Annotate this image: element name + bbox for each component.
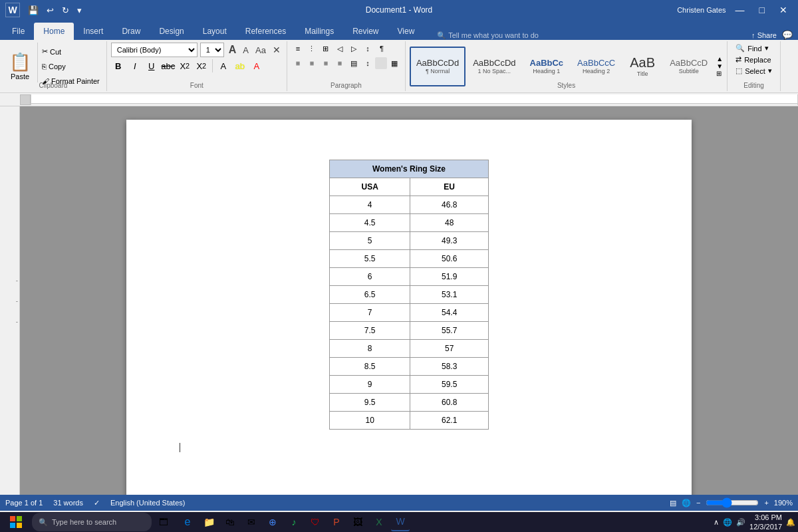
taskbar-powerpoint-icon[interactable]: P xyxy=(327,513,346,531)
align-left-btn[interactable]: ≡ xyxy=(291,57,305,69)
bold-btn[interactable]: B xyxy=(111,59,126,73)
styles-scroll-down[interactable]: ▼ xyxy=(716,63,723,70)
taskbar-mcafee-icon[interactable]: 🛡 xyxy=(306,513,325,531)
italic-btn[interactable]: I xyxy=(128,59,142,73)
taskbar-files-icon[interactable]: 📁 xyxy=(200,513,218,531)
superscript-btn[interactable]: X2 xyxy=(194,59,209,73)
font-color-btn[interactable]: A xyxy=(249,59,264,73)
font-family-select[interactable]: Calibri (Body) xyxy=(111,43,198,57)
close-btn[interactable]: ✕ xyxy=(774,3,793,17)
underline-btn[interactable]: U xyxy=(144,59,159,73)
find-dropdown[interactable]: ▾ xyxy=(765,44,769,53)
text-highlight-btn[interactable]: ab xyxy=(233,59,247,73)
taskbar-excel-icon[interactable]: X xyxy=(370,513,388,531)
undo-icon[interactable]: ↩ xyxy=(44,4,57,17)
tell-me-input[interactable]: 🔍 Tell me what you want to do xyxy=(437,31,539,40)
usa-cell: 5 xyxy=(330,232,410,250)
start-button[interactable] xyxy=(3,513,29,531)
maximize-btn[interactable]: □ xyxy=(754,3,770,17)
tab-mailings[interactable]: Mailings xyxy=(295,23,343,40)
copy-button[interactable]: ⎘ Copy xyxy=(39,61,102,72)
subscript-btn[interactable]: X2 xyxy=(178,59,192,73)
svg-rect-3 xyxy=(10,523,15,528)
taskbar-spotify-icon[interactable]: ♪ xyxy=(285,513,303,531)
strikethrough-btn[interactable]: abc xyxy=(161,59,176,73)
zoom-out-btn[interactable]: − xyxy=(696,499,700,507)
font-size-select[interactable]: 11 xyxy=(200,43,224,57)
line-spacing-btn[interactable]: ↕ xyxy=(361,57,374,69)
taskbar-mail-icon[interactable]: ✉ xyxy=(242,513,261,531)
sort-btn[interactable]: ↕ xyxy=(361,43,374,55)
minimize-btn[interactable]: — xyxy=(730,3,750,17)
select-dropdown[interactable]: ▾ xyxy=(768,66,772,75)
decrease-indent-btn[interactable]: ◁ xyxy=(333,43,346,55)
tab-view[interactable]: View xyxy=(388,23,424,40)
column-layout-btn[interactable]: ▤ xyxy=(347,57,360,69)
taskbar-network-icon[interactable]: 🌐 xyxy=(723,518,732,527)
taskbar-pinned-icons: e 📁 🛍 ✉ ⊕ ♪ 🛡 P 🖼 X W xyxy=(178,513,410,531)
left-margin: --- xyxy=(0,106,20,495)
share-btn[interactable]: ↑ Share xyxy=(751,31,777,39)
tab-draw[interactable]: Draw xyxy=(112,23,150,40)
cut-button[interactable]: ✂ Cut xyxy=(39,46,102,57)
tab-layout[interactable]: Layout xyxy=(194,23,236,40)
layout-web-icon[interactable]: 🌐 xyxy=(682,499,691,507)
style-normal-preview: AaBbCcDd xyxy=(416,58,459,68)
clear-formatting-btn[interactable]: ✕ xyxy=(271,44,283,56)
replace-button[interactable]: ⇄ Replace xyxy=(732,54,776,65)
tab-file[interactable]: File xyxy=(3,23,34,40)
tab-references[interactable]: References xyxy=(236,23,295,40)
tab-review[interactable]: Review xyxy=(343,23,388,40)
table-row: 6.553.1 xyxy=(330,286,489,304)
shading-btn[interactable] xyxy=(375,57,387,69)
more-icon[interactable]: ▾ xyxy=(74,4,84,17)
title-bar-left: W 💾 ↩ ↻ ▾ xyxy=(5,3,84,17)
taskbar-notification-btn[interactable]: 🔔 xyxy=(786,518,795,527)
grow-font-btn[interactable]: A xyxy=(227,43,239,57)
taskbar-word-active-icon[interactable]: W xyxy=(391,513,410,531)
ribbon-tabs: File Home Insert Draw Design Layout Refe… xyxy=(0,20,798,40)
taskbar-clock[interactable]: 3:06 PM 12/3/2017 xyxy=(749,513,782,532)
taskbar-chrome-icon[interactable]: ⊕ xyxy=(263,513,282,531)
select-button[interactable]: ⬚ Select ▾ xyxy=(732,65,776,76)
borders-btn[interactable]: ▦ xyxy=(388,57,401,69)
taskbar-edge-icon[interactable]: e xyxy=(178,513,197,531)
cut-icon: ✂ xyxy=(42,47,48,56)
justify-btn[interactable]: ≡ xyxy=(333,57,346,69)
title-bar-right: Christen Gates — □ ✕ xyxy=(677,3,793,17)
bullets-btn[interactable]: ≡ xyxy=(291,43,305,55)
styles-expand[interactable]: ⊞ xyxy=(716,70,723,77)
redo-icon[interactable]: ↻ xyxy=(59,4,72,17)
tab-insert[interactable]: Insert xyxy=(74,23,112,40)
show-hide-btn[interactable]: ¶ xyxy=(375,43,388,55)
spell-check-icon[interactable]: ✓ xyxy=(94,499,100,507)
tab-design[interactable]: Design xyxy=(150,23,193,40)
taskbar-store-icon[interactable]: 🛍 xyxy=(221,513,239,531)
page-container[interactable]: Women's Ring Size USA EU 446.84.548549.3… xyxy=(20,106,798,495)
text-effects-btn[interactable]: A xyxy=(216,59,231,73)
multilevel-btn[interactable]: ⊞ xyxy=(319,43,332,55)
comments-btn[interactable]: 💬 xyxy=(782,30,793,40)
shrink-font-btn[interactable]: A xyxy=(241,45,251,56)
ruler-corner[interactable] xyxy=(20,94,31,105)
table-row: 549.3 xyxy=(330,232,489,250)
find-button[interactable]: 🔍 Find ▾ xyxy=(732,43,776,54)
zoom-in-btn[interactable]: + xyxy=(764,499,768,507)
taskbar-chevron[interactable]: ∧ xyxy=(714,518,719,527)
align-right-btn[interactable]: ≡ xyxy=(319,57,332,69)
numbering-btn[interactable]: ⋮ xyxy=(305,43,319,55)
taskbar-volume-icon[interactable]: 🔊 xyxy=(736,518,745,527)
taskbar-photos-icon[interactable]: 🖼 xyxy=(348,513,367,531)
tab-home[interactable]: Home xyxy=(34,23,74,40)
save-icon[interactable]: 💾 xyxy=(25,4,41,17)
task-view-btn[interactable]: 🗔 xyxy=(154,513,173,531)
font-group-label: Font xyxy=(190,82,203,89)
task-search-btn[interactable]: 🔍 Type here to search xyxy=(32,513,152,531)
layout-print-icon[interactable]: ▤ xyxy=(670,499,676,507)
change-case-btn[interactable]: Aa xyxy=(253,45,268,56)
increase-indent-btn[interactable]: ▷ xyxy=(347,43,360,55)
styles-scroll-up[interactable]: ▲ xyxy=(716,55,723,63)
zoom-slider[interactable] xyxy=(706,497,759,508)
align-center-btn[interactable]: ≡ xyxy=(305,57,319,69)
usa-cell: 5.5 xyxy=(330,250,410,268)
